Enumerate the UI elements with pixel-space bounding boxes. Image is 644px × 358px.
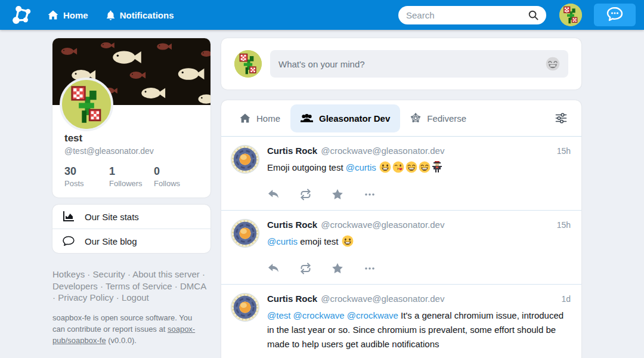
reply-button[interactable]	[267, 263, 280, 274]
chat-button[interactable]	[594, 4, 636, 26]
post-author-avatar[interactable]	[231, 145, 259, 174]
column-settings-icon[interactable]	[555, 112, 567, 124]
post-author-handle[interactable]: @crockwave@gleasonator.dev	[321, 219, 444, 231]
profile-display-name: test	[64, 132, 199, 144]
sidebar-footer: Hotkeys · Security · About this server ·…	[52, 268, 206, 346]
emoji-beaming-face	[419, 161, 431, 177]
post: Curtis Rock @crockwave@gleasonator.dev 1…	[221, 137, 581, 210]
site-links-card: Our Site stats Our Site blog	[52, 205, 210, 253]
soapbox-logo-icon[interactable]	[10, 2, 35, 27]
footer-link-developers[interactable]: Developers	[52, 281, 98, 291]
site-blog-link[interactable]: Our Site blog	[52, 229, 210, 253]
mention-link[interactable]: @crockwave	[293, 310, 345, 320]
post-author-avatar[interactable]	[231, 219, 259, 248]
footer-link-privacy-policy[interactable]: Privacy Policy	[58, 292, 113, 303]
speech-bubble-icon	[62, 236, 75, 246]
emoji-face-blowing-kiss	[392, 161, 404, 177]
main-column: What's on your mind? Home Gleasonator De…	[221, 38, 581, 358]
timeline-tabs: Home Gleasonator Dev Fediverse	[221, 100, 581, 137]
post-content: Emoji outgoing test @curtis	[267, 161, 571, 177]
post-author-name[interactable]: Curtis Rock	[267, 145, 317, 157]
reply-button[interactable]	[267, 189, 280, 200]
footer-link-about-this-server[interactable]: About this server	[132, 269, 200, 279]
post-actions	[267, 263, 571, 274]
compose-placeholder: What's on your mind?	[278, 59, 546, 69]
compose-input[interactable]: What's on your mind?	[270, 50, 568, 78]
nav-home[interactable]: Home	[48, 10, 88, 20]
site-stats-link[interactable]: Our Site stats	[52, 205, 210, 229]
footer-links: Hotkeys · Security · About this server ·…	[52, 268, 206, 304]
profile-card: test @test@gleasonator.dev 30 Posts 1 Fo…	[52, 38, 210, 197]
stat-posts[interactable]: 30 Posts	[64, 165, 109, 188]
emoji-custom-pixel-character	[432, 161, 442, 177]
bell-icon	[106, 10, 115, 20]
post-author-handle[interactable]: @crockwave@gleasonator.dev	[321, 145, 444, 157]
search-bar	[398, 6, 546, 24]
post: Curtis Rock @crockwave@gleasonator.dev 1…	[221, 210, 581, 284]
post: Curtis Rock @crockwave@gleasonator.dev 1…	[221, 284, 581, 358]
footer-link-security[interactable]: Security	[93, 269, 125, 279]
stat-follows[interactable]: 0 Follows	[154, 165, 199, 188]
timeline-posts: Curtis Rock @crockwave@gleasonator.dev 1…	[221, 137, 581, 358]
repost-button[interactable]	[299, 189, 312, 200]
nav-profile-avatar[interactable]	[559, 4, 582, 26]
footer-link-terms-of-service[interactable]: Terms of Service	[106, 281, 172, 291]
site-stats-label: Our Site stats	[85, 212, 139, 222]
nav-notifications[interactable]: Notifications	[106, 10, 174, 20]
repost-button[interactable]	[299, 263, 312, 274]
emoji-grinning-face	[379, 161, 391, 177]
post-timestamp[interactable]: 15h	[557, 219, 571, 231]
more-button[interactable]	[364, 263, 377, 274]
emoji-grinning-face	[342, 235, 354, 251]
tab-gleasonator-dev[interactable]: Gleasonator Dev	[290, 104, 400, 132]
mention-link[interactable]: @curtis	[267, 236, 298, 246]
mention-link[interactable]: @crockwave	[347, 310, 398, 320]
nav-notifications-label: Notifications	[120, 10, 174, 20]
post-author-name[interactable]: Curtis Rock	[267, 293, 317, 305]
about-text: soapbox-fe is open source software. You …	[52, 312, 203, 346]
compose-avatar[interactable]	[234, 50, 262, 78]
footer-link-hotkeys[interactable]: Hotkeys	[52, 269, 85, 279]
top-navbar: Home Notifications	[0, 0, 644, 30]
favourite-button[interactable]	[332, 263, 345, 274]
mention-link[interactable]: @curtis	[346, 162, 376, 172]
post-author-handle[interactable]: @crockwave@gleasonator.dev	[321, 293, 444, 305]
stat-followers[interactable]: 1 Followers	[109, 165, 154, 188]
nav-home-label: Home	[63, 10, 88, 20]
chat-bubble-icon	[606, 7, 624, 24]
home-icon	[240, 113, 250, 123]
compose-card: What's on your mind?	[221, 38, 581, 90]
post-actions	[267, 189, 571, 200]
post-content: @test @crockwave @crockwave It's a gener…	[267, 308, 571, 351]
more-button[interactable]	[364, 189, 377, 200]
emoji-picker-button[interactable]	[546, 57, 560, 71]
left-sidebar: test @test@gleasonator.dev 30 Posts 1 Fo…	[52, 38, 210, 346]
mention-link[interactable]: @test	[267, 310, 290, 320]
footer-link-logout[interactable]: Logout	[122, 292, 149, 303]
post-timestamp[interactable]: 1d	[561, 293, 571, 305]
footer-link-dmca[interactable]: DMCA	[180, 281, 206, 291]
search-input[interactable]	[406, 10, 528, 20]
post-author-name[interactable]: Curtis Rock	[267, 219, 317, 231]
tab-home[interactable]: Home	[230, 104, 290, 132]
post-timestamp[interactable]: 15h	[557, 145, 571, 157]
profile-handle: @test@gleasonator.dev	[64, 146, 199, 156]
site-blog-label: Our Site blog	[85, 236, 137, 246]
post-author-avatar[interactable]	[231, 293, 259, 322]
tab-fediverse[interactable]: Fediverse	[400, 104, 476, 132]
favourite-button[interactable]	[332, 189, 345, 200]
home-icon	[48, 10, 58, 20]
profile-avatar[interactable]	[60, 78, 113, 131]
post-content: @curtis emoji test	[267, 234, 571, 251]
chart-icon	[62, 211, 75, 222]
profile-stats: 30 Posts 1 Followers 0 Follows	[52, 156, 210, 197]
group-icon	[301, 113, 313, 123]
timeline-card: Home Gleasonator Dev Fediverse	[221, 100, 581, 358]
emoji-beaming-face	[405, 161, 417, 177]
fediverse-icon	[410, 113, 421, 124]
search-icon[interactable]	[528, 10, 538, 20]
